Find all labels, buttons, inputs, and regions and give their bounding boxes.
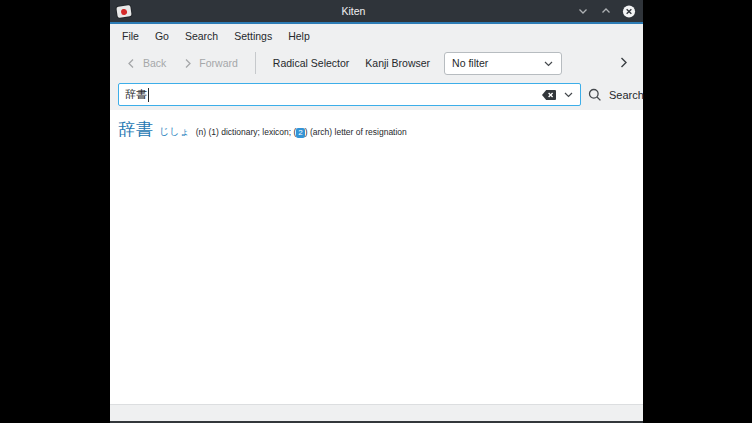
menu-go[interactable]: Go [147, 27, 177, 45]
search-button[interactable]: Search [580, 83, 652, 106]
menu-help[interactable]: Help [280, 27, 318, 45]
forward-button[interactable]: Forward [174, 52, 246, 74]
minimize-icon[interactable] [576, 4, 590, 18]
filter-selected-value: No filter [452, 57, 488, 69]
kanji-browser-label: Kanji Browser [365, 57, 430, 69]
status-bar [110, 404, 643, 421]
dictionary-entry: 辞書 じしょ (n) (1) dictionary; lexicon; (2) … [118, 118, 635, 141]
search-history-dropdown-icon[interactable] [563, 89, 574, 100]
search-button-label: Search [609, 89, 644, 101]
menu-settings[interactable]: Settings [226, 27, 280, 45]
desktop-stage: Kiten File [0, 0, 752, 423]
menu-bar: File Go Search Settings Help [110, 24, 643, 47]
title-bar[interactable]: Kiten [110, 0, 643, 22]
window-controls [576, 4, 636, 18]
main-toolbar: Back Forward Radical Selector Kanji Brow… [110, 47, 643, 79]
radical-selector-button[interactable]: Radical Selector [265, 52, 357, 74]
definition-text-before: (n) (1) dictionary; lexicon; ( [196, 127, 297, 137]
back-button[interactable]: Back [118, 52, 174, 74]
search-input-value: 辞書 [125, 87, 147, 102]
close-icon[interactable] [622, 4, 636, 18]
chevron-right-icon [617, 56, 630, 69]
toolbar-separator [255, 52, 256, 74]
clear-text-icon[interactable] [541, 89, 557, 101]
entry-reading[interactable]: じしょ [159, 125, 190, 139]
menu-file[interactable]: File [114, 27, 147, 45]
window-title: Kiten [131, 5, 576, 17]
kiten-window: Kiten File [110, 0, 643, 423]
results-view[interactable]: 辞書 じしょ (n) (1) dictionary; lexicon; (2) … [110, 110, 643, 404]
toolbar-overflow-button[interactable] [613, 52, 633, 72]
chevron-right-icon [182, 58, 193, 69]
entry-word[interactable]: 辞書 [118, 118, 154, 141]
chevron-down-icon [543, 58, 554, 69]
filter-combobox[interactable]: No filter [444, 52, 562, 75]
kanji-browser-button[interactable]: Kanji Browser [357, 52, 438, 74]
maximize-icon[interactable] [599, 4, 613, 18]
kiten-app-icon [116, 5, 131, 18]
sense-number-badge: 2 [296, 128, 304, 138]
menu-search[interactable]: Search [177, 27, 226, 45]
forward-label: Forward [199, 57, 238, 69]
magnifier-icon [588, 88, 602, 102]
entry-definition: (n) (1) dictionary; lexicon; (2) (arch) … [196, 127, 407, 138]
text-caret [148, 88, 149, 102]
radical-selector-label: Radical Selector [273, 57, 349, 69]
search-input[interactable]: 辞書 [118, 83, 581, 106]
chevron-left-icon [126, 58, 137, 69]
back-label: Back [143, 57, 166, 69]
definition-text-after: ) (arch) letter of resignation [305, 127, 407, 137]
search-bar-row: 辞書 [110, 79, 643, 110]
